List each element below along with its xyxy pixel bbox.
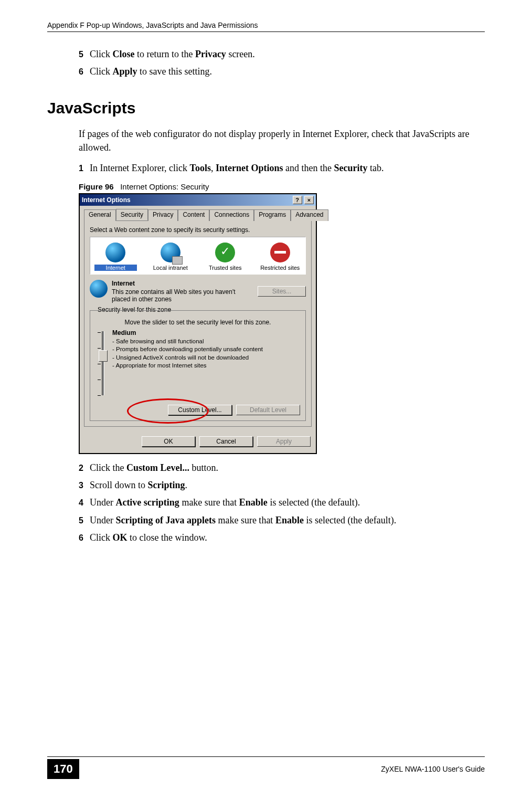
step-text: is selected (the default). xyxy=(304,515,396,525)
step-bold-text: Enable xyxy=(239,497,268,508)
step-item: 4Under Active scripting make sure that E… xyxy=(79,496,485,509)
step-bold-text: Privacy xyxy=(195,49,226,59)
step-number: 5 xyxy=(79,50,83,59)
tab-connections[interactable]: Connections xyxy=(209,209,254,221)
titlebar-buttons: ? × xyxy=(292,196,314,204)
globe-icon xyxy=(90,280,108,298)
zone-label: Internet xyxy=(94,265,137,271)
security-tab-panel: Select a Web content zone to specify its… xyxy=(84,220,312,427)
step-text: . xyxy=(185,480,187,490)
sites-button[interactable]: Sites... xyxy=(258,286,306,297)
default-level-button[interactable]: Default Level xyxy=(236,405,300,415)
step-item: 3Scroll down to Scripting. xyxy=(79,479,485,492)
step-text: Click xyxy=(90,49,113,59)
zone-detail-desc: This zone contains all Web sites you hav… xyxy=(112,288,236,303)
prefigure-step: 1In Internet Explorer, click Tools, Inte… xyxy=(79,162,485,175)
step-number: 6 xyxy=(79,533,83,542)
step-item: 5Under Scripting of Java applets make su… xyxy=(79,514,485,527)
step-bold-text: Close xyxy=(112,49,134,59)
step-text: to close the window. xyxy=(127,532,207,543)
section-heading: JavaScripts xyxy=(47,99,485,117)
step-text: button. xyxy=(189,462,218,473)
dialog-title: Internet Options xyxy=(82,196,131,204)
tab-security[interactable]: Security xyxy=(116,209,148,220)
zone-icon xyxy=(270,243,290,262)
step-item: 2Click the Custom Level... button. xyxy=(79,461,485,475)
step-bold-text: Enable xyxy=(275,515,304,525)
zone-restricted-sites[interactable]: Restricted sites xyxy=(259,243,302,271)
step-item: 6Click OK to close the window. xyxy=(79,531,485,544)
step-text: screen. xyxy=(226,49,255,59)
step-number: 4 xyxy=(79,498,83,507)
bullet-line: - Prompts before downloading potentially… xyxy=(112,345,300,354)
zone-label: Local intranet xyxy=(150,265,192,271)
step-text: is selected (the default). xyxy=(268,497,360,508)
security-slider[interactable] xyxy=(97,329,108,397)
figure-label: Figure 96 xyxy=(79,182,114,191)
step-bold-text: Tools xyxy=(190,163,211,173)
zone-detail-title: Internet xyxy=(112,280,253,287)
zone-icon xyxy=(105,243,125,262)
internet-options-dialog: Internet Options ? × GeneralSecurityPriv… xyxy=(79,193,317,454)
step-text: to return to the xyxy=(134,49,195,59)
step-text: Under xyxy=(90,497,115,508)
cancel-button[interactable]: Cancel xyxy=(199,436,253,447)
step-bold-text: Apply xyxy=(112,66,137,77)
step-text: Click the xyxy=(90,462,126,473)
step-text: make sure that xyxy=(216,515,275,525)
zone-icon xyxy=(215,243,235,262)
figure-caption: Figure 96 Internet Options: Security xyxy=(79,182,485,191)
tab-content[interactable]: Content xyxy=(178,209,209,221)
dialog-titlebar: Internet Options ? × xyxy=(80,194,316,206)
step-text: and then the xyxy=(283,163,334,173)
header-rule xyxy=(47,31,485,32)
tab-programs[interactable]: Programs xyxy=(254,209,291,221)
figure-caption-text: Internet Options: Security xyxy=(120,182,209,191)
step-number: 3 xyxy=(79,481,83,490)
zone-description: Internet This zone contains all Web site… xyxy=(90,280,306,303)
zone-instruction: Select a Web content zone to specify its… xyxy=(90,226,306,234)
zones-list: InternetLocal intranetTrusted sitesRestr… xyxy=(90,237,306,275)
tab-privacy[interactable]: Privacy xyxy=(148,209,178,221)
guide-title: ZyXEL NWA-1100 User's Guide xyxy=(381,765,485,773)
step-bold-text: Scripting of Java applets xyxy=(115,515,216,525)
slider-hint: Move the slider to set the security leve… xyxy=(95,319,300,326)
custom-level-button[interactable]: Custom Level... xyxy=(168,405,232,415)
bullet-line: - Appropriate for most Internet sites xyxy=(112,362,300,370)
step-number: 1 xyxy=(79,164,83,173)
zone-local-intranet[interactable]: Local intranet xyxy=(150,243,192,271)
tab-advanced[interactable]: Advanced xyxy=(291,209,328,221)
security-level-group: Move the slider to set the security leve… xyxy=(90,310,306,421)
step-bold-text: OK xyxy=(112,532,127,543)
step-bold-text: Internet Options xyxy=(216,163,283,173)
page-number: 170 xyxy=(47,759,79,779)
apply-button[interactable]: Apply xyxy=(257,436,311,447)
security-level-bullets: - Safe browsing and still functional- Pr… xyxy=(112,338,300,370)
step-number: 5 xyxy=(79,516,83,525)
bullet-line: - Safe browsing and still functional xyxy=(112,338,300,346)
dialog-footer: OK Cancel Apply xyxy=(80,431,316,453)
step-text: Click xyxy=(90,66,113,77)
tabstrip: GeneralSecurityPrivacyContentConnections… xyxy=(80,206,316,220)
step-text: to save this setting. xyxy=(137,66,212,77)
step-text: make sure that xyxy=(179,497,239,508)
step-text: Click xyxy=(90,532,113,543)
intro-steps: 5Click Close to return to the Privacy sc… xyxy=(79,48,485,78)
page-footer: 170 ZyXEL NWA-1100 User's Guide xyxy=(47,756,485,779)
step-text: Under xyxy=(90,515,115,525)
close-button[interactable]: × xyxy=(304,196,314,204)
step-item: 5Click Close to return to the Privacy sc… xyxy=(79,48,485,61)
zone-trusted-sites[interactable]: Trusted sites xyxy=(204,243,247,271)
step-bold-text: Scripting xyxy=(147,480,185,490)
step-bold-text: Security xyxy=(334,163,367,173)
zone-icon xyxy=(161,243,180,262)
step-bold-text: Active scripting xyxy=(115,497,179,508)
step-item: 1In Internet Explorer, click Tools, Inte… xyxy=(79,162,485,175)
zone-internet[interactable]: Internet xyxy=(94,243,137,271)
help-button[interactable]: ? xyxy=(293,196,302,204)
step-text: In Internet Explorer, click xyxy=(90,163,190,173)
step-text: tab. xyxy=(367,163,384,173)
ok-button[interactable]: OK xyxy=(142,436,195,447)
tab-general[interactable]: General xyxy=(84,209,116,221)
post-steps: 2Click the Custom Level... button.3Scrol… xyxy=(79,461,485,544)
